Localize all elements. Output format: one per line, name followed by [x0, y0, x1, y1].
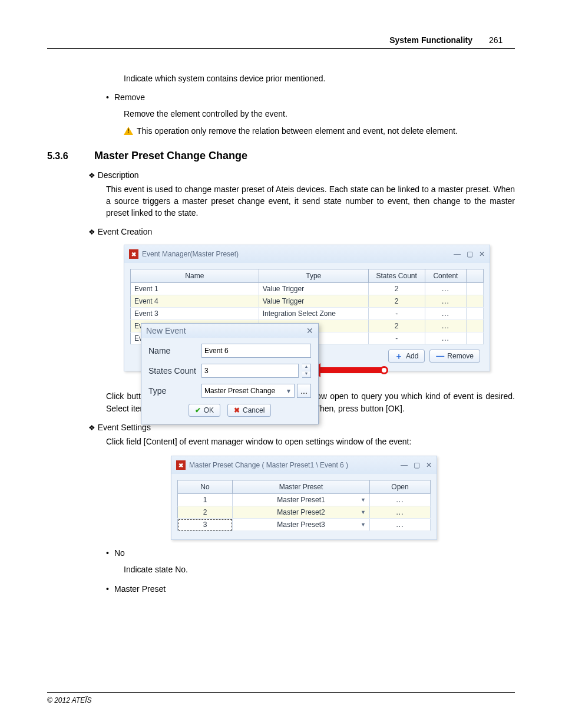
cell-mp[interactable]: Master Preset3▼ — [233, 519, 370, 531]
mp-window-title: Master Preset Change ( Master Preset1 \ … — [189, 461, 401, 469]
cell-no: 3 — [178, 519, 233, 531]
cancel-button-label: Cancel — [243, 406, 265, 414]
cell-spacer — [467, 308, 484, 320]
intro-text: Indicate which system contains device pr… — [124, 73, 515, 84]
page-footer: © 2012 ATEÏS — [47, 692, 515, 704]
table-row[interactable]: 3Master Preset3▼... — [178, 519, 431, 531]
subheading-event-creation: Event Creation — [88, 227, 515, 236]
bullet-no: No — [106, 548, 515, 558]
cell-type: Value Trigger — [259, 283, 368, 295]
remove-desc: Remove the element controlled by the eve… — [124, 108, 515, 120]
bullet-remove-label: Remove — [114, 93, 145, 102]
col-open[interactable]: Open — [370, 480, 431, 494]
cell-no: 1 — [178, 494, 233, 506]
window-title: Event Manager(Master Preset) — [142, 250, 454, 258]
ok-button-label: OK — [204, 406, 214, 414]
cell-states: - — [368, 308, 425, 320]
close-icon[interactable]: ✕ — [426, 461, 432, 469]
spinner-control[interactable]: ▲ ▼ — [302, 364, 311, 378]
cell-name: Event 1 — [131, 283, 259, 295]
cell-states: - — [368, 332, 425, 345]
table-row[interactable]: Event 4Value Trigger2... — [131, 295, 484, 308]
col-states[interactable]: States Count — [368, 269, 425, 283]
states-input[interactable] — [201, 364, 299, 378]
bullet-icon — [106, 584, 114, 594]
chevron-down-icon: ▼ — [361, 497, 366, 503]
chevron-down-icon: ▼ — [361, 509, 366, 515]
cell-open[interactable]: ... — [370, 506, 431, 519]
app-icon: ✖ — [176, 460, 186, 470]
cell-mp[interactable]: Master Preset2▼ — [233, 506, 370, 519]
bullet-mp-label: Master Preset — [114, 584, 166, 594]
add-button[interactable]: ＋ Add — [388, 350, 425, 363]
spinner-up-icon[interactable]: ▲ — [302, 364, 310, 371]
plus-icon: ＋ — [395, 353, 403, 359]
add-button-label: Add — [406, 352, 418, 360]
ok-button[interactable]: ✔ OK — [189, 404, 220, 417]
close-icon[interactable]: ✕ — [479, 250, 485, 258]
states-label: States Count — [148, 366, 198, 375]
cell-spacer — [467, 295, 484, 308]
maximize-icon[interactable]: ▢ — [414, 461, 420, 469]
col-no[interactable]: No — [178, 480, 233, 494]
maximize-icon[interactable]: ▢ — [467, 250, 473, 258]
cell-spacer — [467, 283, 484, 295]
col-mp[interactable]: Master Preset — [233, 480, 370, 494]
table-row[interactable]: Event 1Value Trigger2... — [131, 283, 484, 295]
dialog-title: New Event — [146, 326, 186, 335]
table-row[interactable]: 2Master Preset2▼... — [178, 506, 431, 519]
cell-open[interactable]: ... — [370, 519, 431, 531]
cell-open[interactable]: ... — [370, 494, 431, 506]
new-event-dialog: New Event ✕ Name States Count ▲ ▼ — [141, 323, 319, 424]
cell-content[interactable]: ... — [425, 320, 467, 332]
cell-states: 2 — [368, 283, 425, 295]
cell-content[interactable]: ... — [425, 308, 467, 320]
header-title: System Functionality — [389, 35, 472, 45]
minus-icon: — — [436, 353, 444, 359]
name-input[interactable] — [201, 344, 311, 358]
cell-type: Value Trigger — [259, 295, 368, 308]
col-content[interactable]: Content — [425, 269, 467, 283]
bullet-icon — [106, 548, 114, 558]
cell-content[interactable]: ... — [425, 295, 467, 308]
x-icon: ✖ — [234, 406, 240, 414]
page-header: System Functionality 261 — [47, 35, 515, 49]
warning-row: This operation only remove the relation … — [124, 126, 515, 136]
remove-button-label: Remove — [447, 352, 474, 360]
bullet-icon — [106, 93, 114, 102]
table-row[interactable]: Event 3Integration Select Zone-... — [131, 308, 484, 320]
col-spacer — [467, 269, 484, 283]
master-preset-window: ✖ Master Preset Change ( Master Preset1 … — [171, 456, 437, 540]
dialog-close-icon[interactable]: ✕ — [306, 326, 313, 335]
remove-button[interactable]: — Remove — [429, 350, 480, 363]
cell-spacer — [467, 332, 484, 345]
chevron-down-icon: ▼ — [286, 388, 292, 394]
bullet-remove: Remove — [106, 93, 515, 102]
col-type[interactable]: Type — [259, 269, 368, 283]
cell-type: Integration Select Zone — [259, 308, 368, 320]
type-combo[interactable]: Master Preset Change ▼ — [201, 384, 295, 398]
chevron-down-icon: ▼ — [361, 522, 366, 528]
window-titlebar: ✖ Event Manager(Master Preset) — ▢ ✕ — [124, 245, 490, 263]
event-settings-text: Click field [Content] of event manager w… — [106, 436, 515, 447]
cancel-button[interactable]: ✖ Cancel — [227, 404, 271, 417]
table-row[interactable]: 1Master Preset1▼... — [178, 494, 431, 506]
cell-states: 2 — [368, 320, 425, 332]
type-ellipsis-button[interactable]: ... — [297, 384, 311, 398]
minimize-icon[interactable]: — — [401, 461, 408, 469]
cell-name: Event 4 — [131, 295, 259, 308]
check-icon: ✔ — [195, 406, 201, 414]
subheading-description: Description — [88, 170, 515, 180]
cell-mp[interactable]: Master Preset1▼ — [233, 494, 370, 506]
warning-text: This operation only remove the relation … — [137, 126, 458, 136]
app-icon: ✖ — [129, 249, 138, 259]
col-name[interactable]: Name — [131, 269, 259, 283]
minimize-icon[interactable]: — — [454, 250, 461, 258]
description-text: This event is used to change master pres… — [106, 183, 515, 219]
cell-name: Event 3 — [131, 308, 259, 320]
spinner-down-icon[interactable]: ▼ — [302, 371, 310, 378]
dialog-titlebar: New Event ✕ — [141, 324, 318, 338]
cell-content[interactable]: ... — [425, 332, 467, 345]
cell-content[interactable]: ... — [425, 283, 467, 295]
section-number: 5.3.6 — [47, 151, 94, 162]
